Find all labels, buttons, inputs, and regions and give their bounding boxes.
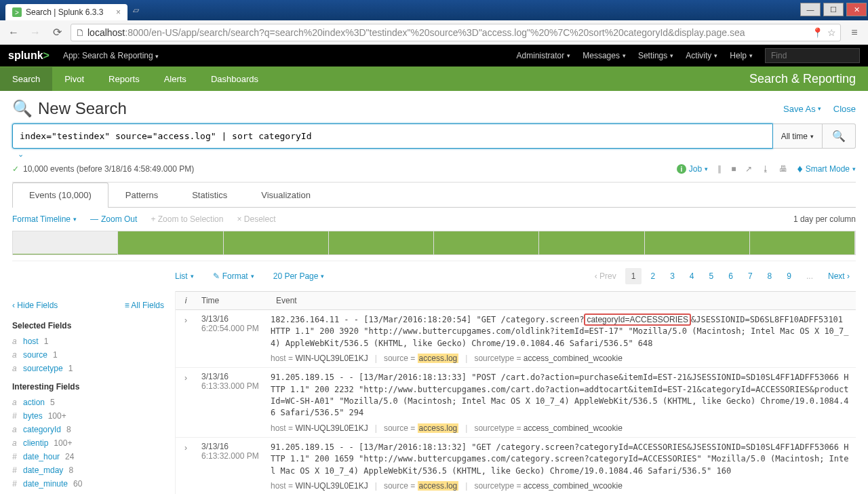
field-source[interactable]: a source 1 [12,348,164,362]
tab-patterns[interactable]: Patterns [108,183,175,207]
event-raw[interactable]: 91.205.189.15 - - [13/Mar/2016:18:13:32]… [271,442,849,477]
find-input[interactable] [765,48,860,63]
timeline-bar[interactable] [224,231,329,254]
event-row: ›3/13/166:13:32.000 PM91.205.189.15 - - … [176,438,856,494]
url-bar[interactable]: 🗋 localhost:8000/en-US/app/search/search… [71,24,841,41]
prev-page[interactable]: ‹ Prev [589,268,623,284]
share-icon[interactable]: ↗ [745,164,752,174]
zoom-to-selection-button: + Zoom to Selection [151,214,223,224]
expand-event-icon[interactable]: › [176,372,196,433]
splunk-logo[interactable]: splunk> [8,50,50,62]
window-minimize-button[interactable]: — [800,3,821,16]
browser-tab[interactable]: > Search | Splunk 6.3.3 × [5,4,127,20]
field-date_mday[interactable]: # date_mday 8 [12,463,164,477]
col-time[interactable]: Time [196,292,271,309]
field-action[interactable]: a action 5 [12,396,164,409]
col-event[interactable]: Event [271,292,856,309]
page-9[interactable]: 9 [781,268,797,284]
list-view-button[interactable]: List ▾ [175,271,194,281]
print-icon[interactable]: 🖶 [779,164,787,174]
hide-fields-button[interactable]: ‹ Hide Fields [12,301,58,310]
nav-pivot[interactable]: Pivot [52,67,96,91]
field-date_hour[interactable]: # date_hour 24 [12,450,164,463]
topbar-menu-activity[interactable]: Activity ▾ [686,51,717,60]
field-categoryId[interactable]: a categoryId 8 [12,423,164,436]
timeline-scale: 1 day per column [793,214,856,224]
col-info[interactable]: i [176,292,196,309]
forward-button[interactable]: → [27,26,43,39]
nav-alerts[interactable]: Alerts [152,67,199,91]
export-icon[interactable]: ⭳ [762,164,770,174]
format-button[interactable]: ✎Format ▾ [213,271,254,281]
window-close-button[interactable]: ✕ [846,3,867,16]
timeline-bar[interactable] [329,231,434,254]
topbar-menu-settings[interactable]: Settings ▾ [638,51,673,60]
all-fields-button[interactable]: ≡ All Fields [125,301,164,310]
events-table: i Time Event ›3/13/166:20:54.000 PM182.2… [175,291,856,494]
back-button[interactable]: ← [5,26,22,39]
star-icon[interactable]: ☆ [827,27,836,38]
page-2[interactable]: 2 [644,268,661,284]
topbar-menu-help[interactable]: Help ▾ [730,51,753,60]
zoom-out-button[interactable]: — Zoom Out [90,214,137,224]
tab-events[interactable]: Events (10,000) [12,183,108,208]
stop-icon[interactable]: ■ [731,164,736,174]
time-range-picker[interactable]: All time ▾ [773,124,823,149]
field-clientip[interactable]: a clientip 100+ [12,436,164,450]
page-4[interactable]: 4 [684,268,701,284]
expand-event-icon[interactable]: › [176,442,196,491]
tab-close-icon[interactable]: × [116,7,121,17]
search-button[interactable]: 🔍 [823,124,856,149]
tab-statistics[interactable]: Statistics [175,183,244,207]
menu-button[interactable]: ≡ [846,26,863,39]
page-3[interactable]: 3 [664,268,681,284]
field-sourcetype[interactable]: a sourcetype 1 [12,362,164,375]
field-bytes[interactable]: # bytes 100+ [12,409,164,423]
page-7[interactable]: 7 [742,268,759,284]
timeline-bar[interactable] [539,231,644,254]
timeline-bar[interactable] [434,231,539,254]
event-raw[interactable]: 91.205.189.15 - - [13/Mar/2016:18:13:33]… [271,372,849,419]
reload-button[interactable]: ⟳ [49,26,65,39]
tab-visualization[interactable]: Visualization [244,183,328,207]
page-title: 🔍 New Search [12,99,127,118]
field-date_minute[interactable]: # date_minute 60 [12,477,164,491]
pagination: ‹ Prev123456789...Next › [589,268,856,284]
app-title: Search & Reporting [737,72,868,86]
topbar-menu-messages[interactable]: Messages ▾ [583,51,626,60]
field-date_month[interactable]: a date_month 1 [12,491,164,494]
page-6[interactable]: 6 [722,268,739,284]
search-input[interactable] [12,124,773,149]
close-button[interactable]: Close [833,104,856,114]
new-tab-button[interactable]: ▱ [127,2,144,18]
bookmark-icon[interactable]: 📍 [812,27,823,38]
topbar-menu-administrator[interactable]: Administrator ▾ [517,51,571,60]
nav-search[interactable]: Search [0,67,52,91]
per-page-button[interactable]: 20 Per Page ▾ [273,271,325,281]
timeline-bar[interactable] [13,231,118,254]
job-menu[interactable]: i Job ▾ [677,164,708,174]
window-maximize-button[interactable]: ☐ [823,3,844,16]
event-raw[interactable]: 182.236.164.11 - - [13/Mar/2016:18:20:54… [271,314,849,349]
search-assistant-toggle[interactable]: ⌄ [18,150,856,159]
pause-icon[interactable]: ∥ [717,164,722,174]
page-5[interactable]: 5 [703,268,720,284]
format-timeline-button[interactable]: Format Timeline ▾ [12,214,77,224]
field-host[interactable]: a host 1 [12,335,164,348]
tab-title: Search | Splunk 6.3.3 [26,7,104,17]
page-1[interactable]: 1 [625,268,642,284]
save-as-button[interactable]: Save As ▾ [783,104,821,114]
app-menu[interactable]: App: Search & Reporting ▾ [63,51,159,60]
page-8[interactable]: 8 [762,268,778,284]
timeline-chart[interactable] [12,231,856,255]
search-mode-picker[interactable]: ♦ Smart Mode ▾ [797,163,856,175]
interesting-fields-title: Interesting Fields [12,382,164,392]
next-page[interactable]: Next › [822,268,856,284]
timeline-bar[interactable] [118,231,223,254]
timeline-bar[interactable] [750,231,855,254]
timeline-bar[interactable] [645,231,750,254]
nav-reports[interactable]: Reports [96,67,152,91]
fields-sidebar: ‹ Hide Fields ≡ All Fields Selected Fiel… [12,291,175,494]
nav-dashboards[interactable]: Dashboards [199,67,271,91]
expand-event-icon[interactable]: › [176,314,196,363]
